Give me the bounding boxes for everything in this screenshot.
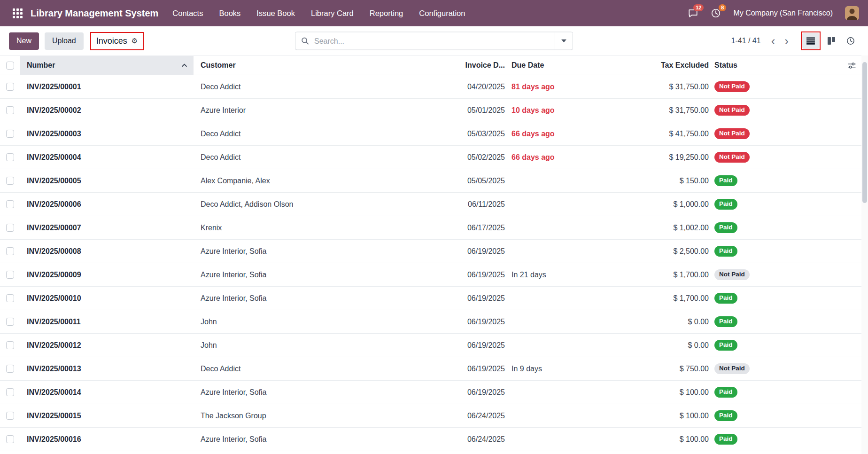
row-checkbox[interactable] — [6, 294, 14, 302]
kanban-view-button[interactable] — [823, 33, 840, 49]
menu-item-contacts[interactable]: Contacts — [172, 9, 203, 18]
row-checkbox[interactable] — [6, 388, 14, 396]
table-row[interactable]: INV/2025/00002 Azure Interior 05/01/2025… — [0, 99, 861, 122]
table-row[interactable]: INV/2025/00014 Azure Interior, Sofia 06/… — [0, 381, 861, 404]
invoice-number: INV/2025/00001 — [20, 75, 194, 98]
invoice-number: INV/2025/00005 — [20, 169, 194, 192]
column-header-customer[interactable]: Customer — [194, 56, 464, 75]
invoice-due-date — [507, 169, 626, 192]
menu-item-library-card[interactable]: Library Card — [311, 9, 354, 18]
pager-previous-button[interactable]: ‹ — [767, 35, 780, 47]
table-row[interactable]: INV/2025/00016 Azure Interior, Sofia 06/… — [0, 428, 861, 451]
row-checkbox[interactable] — [6, 318, 14, 326]
status-badge: Paid — [714, 293, 737, 304]
table-row[interactable]: INV/2025/00011 John 06/19/2025 $ 0.00 Pa… — [0, 310, 861, 334]
column-header-tax-excluded[interactable]: Tax Excluded — [626, 56, 711, 75]
table-row[interactable]: INV/2025/00008 Azure Interior, Sofia 06/… — [0, 240, 861, 263]
column-header-invoice-date[interactable]: Invoice D... — [464, 56, 507, 75]
menu-item-books[interactable]: Books — [219, 9, 240, 18]
upload-button[interactable]: Upload — [45, 32, 84, 50]
row-checkbox[interactable] — [6, 106, 14, 114]
optional-columns-button[interactable] — [848, 62, 856, 69]
invoice-number: INV/2025/00002 — [20, 99, 194, 122]
vertical-scrollbar[interactable] — [861, 55, 868, 454]
user-avatar[interactable] — [845, 6, 859, 20]
invoice-amount: $ 31,750.00 — [626, 75, 711, 98]
pager-next-button[interactable]: › — [780, 35, 793, 47]
row-checkbox[interactable] — [6, 435, 14, 443]
column-header-due-date[interactable]: Due Date — [507, 56, 626, 75]
table-row[interactable]: INV/2025/00004 Deco Addict 05/02/2025 66… — [0, 146, 861, 169]
invoice-customer: Azure Interior, Sofia — [194, 381, 464, 404]
row-checkbox[interactable] — [6, 341, 14, 349]
main-menu: ContactsBooksIssue BookLibrary CardRepor… — [172, 9, 465, 18]
activity-view-button[interactable] — [842, 33, 859, 49]
table-row[interactable]: INV/2025/00006 Deco Addict, Addison Olso… — [0, 193, 861, 216]
menu-item-configuration[interactable]: Configuration — [419, 9, 465, 18]
table-row[interactable]: INV/2025/00012 John 06/19/2025 $ 0.00 Pa… — [0, 334, 861, 357]
invoice-due-date — [507, 310, 626, 333]
table-row[interactable]: INV/2025/00005 Alex Companie, Alex 05/05… — [0, 169, 861, 193]
invoice-customer: Krenix — [194, 216, 464, 239]
invoice-due-date: In 21 days — [507, 263, 626, 286]
invoice-date: 06/19/2025 — [464, 381, 507, 404]
status-badge: Paid — [714, 175, 737, 186]
table-row[interactable]: INV/2025/00013 Deco Addict 06/19/2025 In… — [0, 357, 861, 381]
row-checkbox[interactable] — [6, 247, 14, 255]
list-view-icon — [806, 37, 815, 45]
app-title[interactable]: Library Management System — [31, 8, 158, 19]
menu-item-reporting[interactable]: Reporting — [370, 9, 403, 18]
invoice-number: INV/2025/00006 — [20, 193, 194, 216]
gear-icon[interactable]: ⚙ — [132, 38, 138, 45]
invoice-customer: Azure Interior, Sofia — [194, 240, 464, 263]
apps-menu-icon[interactable] — [9, 5, 26, 22]
search-icon — [301, 37, 309, 45]
select-all-checkbox[interactable] — [6, 62, 14, 70]
status-badge: Not Paid — [714, 81, 750, 92]
row-checkbox[interactable] — [6, 224, 14, 232]
company-switcher[interactable]: My Company (San Francisco) — [733, 9, 833, 17]
row-checkbox[interactable] — [6, 83, 14, 91]
view-switcher — [801, 31, 859, 50]
column-header-status[interactable]: Status — [711, 56, 842, 75]
top-navbar: Library Management System ContactsBooksI… — [0, 0, 868, 26]
status-badge: Paid — [714, 222, 737, 233]
table-row[interactable]: INV/2025/00015 The Jackson Group 06/24/2… — [0, 404, 861, 428]
invoice-customer: John — [194, 334, 464, 357]
menu-item-issue-book[interactable]: Issue Book — [256, 9, 295, 18]
messages-button[interactable]: 12 — [688, 8, 698, 18]
row-checkbox[interactable] — [6, 271, 14, 279]
invoice-customer: Deco Addict — [194, 357, 464, 380]
new-button[interactable]: New — [9, 32, 39, 50]
search-dropdown-toggle[interactable] — [555, 32, 573, 50]
column-header-number[interactable]: Number — [20, 56, 194, 75]
row-checkbox[interactable] — [6, 177, 14, 185]
table-row[interactable]: INV/2025/00010 Azure Interior, Sofia 06/… — [0, 287, 861, 310]
grid-icon — [13, 8, 23, 18]
invoice-number: INV/2025/00004 — [20, 146, 194, 169]
row-checkbox[interactable] — [6, 412, 14, 420]
status-badge: Paid — [714, 410, 737, 421]
breadcrumb[interactable]: Invoices — [96, 36, 127, 46]
row-checkbox[interactable] — [6, 200, 14, 208]
table-row[interactable]: INV/2025/00001 Deco Addict 04/20/2025 81… — [0, 75, 861, 99]
activities-button[interactable]: 8 — [711, 8, 721, 18]
table-row[interactable]: INV/2025/00007 Krenix 06/17/2025 $ 1,002… — [0, 216, 861, 240]
list-view-button[interactable] — [802, 33, 819, 49]
invoice-amount: $ 1,002.00 — [626, 216, 711, 239]
row-checkbox[interactable] — [6, 365, 14, 373]
scrollbar-thumb[interactable] — [862, 62, 867, 203]
invoice-date: 06/17/2025 — [464, 216, 507, 239]
row-checkbox[interactable] — [6, 130, 14, 138]
row-checkbox[interactable] — [6, 153, 14, 161]
invoice-date: 05/02/2025 — [464, 146, 507, 169]
activities-count-badge: 8 — [719, 4, 726, 11]
table-row[interactable]: INV/2025/00003 Deco Addict 05/03/2025 66… — [0, 122, 861, 146]
search-input[interactable] — [313, 36, 555, 46]
invoice-number: INV/2025/00013 — [20, 357, 194, 380]
table-row[interactable]: INV/2025/00009 Azure Interior, Sofia 06/… — [0, 263, 861, 287]
invoice-date: 06/24/2025 — [464, 404, 507, 427]
invoice-due-date — [507, 287, 626, 310]
topbar-right: 12 8 My Company (San Francisco) — [688, 6, 859, 20]
invoice-amount: $ 19,250.00 — [626, 146, 711, 169]
